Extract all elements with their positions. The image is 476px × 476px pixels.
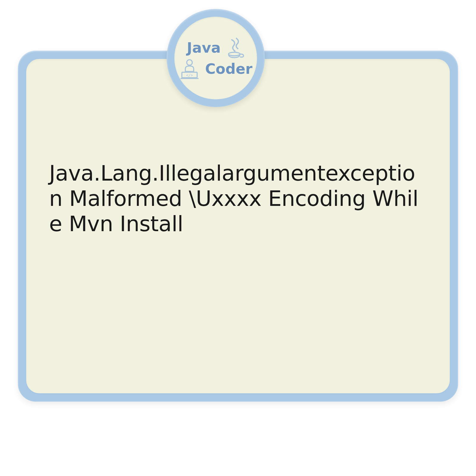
svg-point-0 [228, 52, 240, 56]
developer-icon: </> [179, 58, 200, 79]
java-coffee-icon [226, 37, 245, 58]
badge-text-coder: Coder [205, 62, 253, 76]
badge-text-java: Java [187, 40, 221, 55]
badge-row-2: </> Coder [179, 58, 253, 79]
article-title: Java.Lang.Illegalargumentexception Malfo… [49, 161, 427, 237]
logo-badge-panel: Java </> Co [174, 17, 257, 99]
svg-point-1 [187, 60, 192, 65]
logo-badge-frame: Java </> Co [167, 9, 265, 107]
svg-text:</>: </> [186, 73, 193, 77]
badge-row-1: Java [187, 37, 245, 58]
